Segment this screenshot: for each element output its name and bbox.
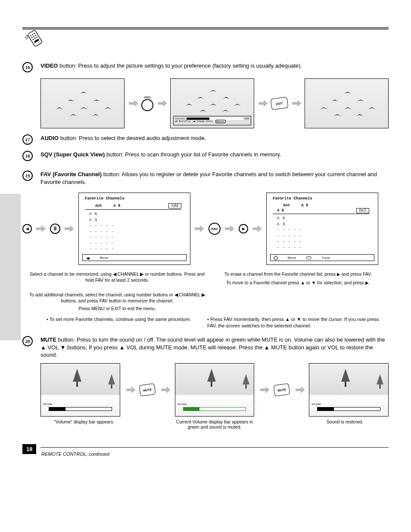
number-8-button[interactable]: 8 [50, 224, 60, 234]
step-number: 19 [22, 171, 33, 181]
channel-right-button[interactable]: ▶ [239, 224, 248, 233]
page-number: 18 [22, 444, 36, 454]
arrow-right-icon [195, 226, 204, 231]
caption-text: Select a channel to be memorized, using … [27, 271, 208, 286]
caption-text: "Volume" display bar appears. [40, 419, 128, 424]
arrow-right-icon [126, 387, 134, 392]
step-20-text: MUTE button: Press to turn the sound on … [40, 336, 389, 359]
arrow-right-icon [161, 387, 169, 392]
arrow-right-icon [36, 226, 46, 231]
arrow-right-icon [65, 226, 74, 231]
screenshot-thumb: Volume [309, 363, 389, 417]
screenshot-thumb: Volume [175, 363, 255, 417]
step-18-text: SQV (Super Quick View) button: Press to … [40, 151, 389, 159]
fav-button[interactable]: FAV [209, 223, 221, 235]
exit-button[interactable]: EXIT [271, 96, 289, 110]
step-19-text: FAV (Favorite Channel) button: Allows yo… [40, 171, 389, 186]
caption-text: Current Volume display bar appears in gr… [171, 419, 258, 429]
screenshot-thumb: Contrast 100% ▲▼ Next/Prev ◀▶ Change Val… [170, 78, 254, 128]
svg-rect-20 [345, 382, 346, 387]
caption-text: To add additional channels, select the c… [27, 292, 208, 312]
svg-text:17: 17 [25, 137, 31, 142]
favorite-channels-list: A 6 A 3 - - - - - - - - - - - - - - - - … [79, 210, 190, 252]
screenshot-thumb: Volume [40, 363, 120, 417]
svg-rect-19 [245, 385, 246, 389]
video-button[interactable] [141, 99, 153, 111]
step-number: 16 [22, 62, 33, 72]
channel-left-button[interactable]: ◀ [22, 224, 32, 233]
svg-text:16: 16 [25, 65, 31, 70]
screenshot-thumb [40, 78, 125, 128]
arrow-right-icon [158, 101, 166, 106]
favorite-channels-list: A 6 A 3 - - - - - - - - - - - - - - - - … [267, 214, 378, 251]
step-17-text: AUDIO button: Press to select the desire… [40, 134, 389, 142]
step-number: 17 [22, 134, 33, 145]
button-label: VIDEO [144, 96, 151, 99]
updown-icon [85, 255, 90, 260]
arrow-right-icon [260, 387, 268, 392]
side-tab [0, 194, 21, 340]
step-16-text: VIDEO button: Press to adjust the pictur… [40, 62, 389, 70]
favorite-channels-panel: Favorite Channels Ant A 8 Add A 6 A 3 - … [78, 193, 190, 265]
del-button[interactable]: Del [356, 208, 369, 213]
arrow-right-icon [258, 101, 267, 106]
mute-button[interactable]: MUTE [139, 383, 156, 397]
arrow-right-icon [252, 226, 262, 231]
favorite-channels-panel: Favorite Channels Ant A 8 A 8 Del A 6 A … [266, 193, 378, 265]
mute-button[interactable]: MUTE [273, 383, 290, 397]
step-number: 20 [22, 336, 33, 346]
remote-control-icon [24, 28, 48, 48]
svg-text:19: 19 [25, 173, 31, 178]
move-icon [273, 255, 277, 260]
contrast-osd: Contrast 100% ▲▼ Next/Prev ◀▶ Change Val… [173, 116, 251, 125]
footer-text: REMOTE CONTROL, continued [41, 451, 389, 457]
step-number: 18 [22, 151, 33, 161]
arrow-right-icon [225, 226, 234, 231]
arrow-right-icon [296, 387, 303, 392]
tune-icon [306, 256, 311, 259]
svg-text:20: 20 [25, 339, 31, 344]
screenshot-thumb [305, 78, 389, 128]
add-button[interactable]: Add [168, 203, 181, 208]
caption-text: Sound is restored. [301, 419, 389, 424]
svg-rect-18 [211, 382, 212, 387]
svg-rect-21 [380, 385, 381, 389]
svg-rect-17 [111, 385, 112, 389]
arrow-right-icon [129, 101, 137, 106]
svg-text:18: 18 [25, 153, 31, 159]
svg-rect-16 [76, 382, 78, 387]
notes-list: • To set more Favorite channels, continu… [47, 316, 389, 330]
caption-text: To erase a channel from the Favorite cha… [208, 271, 389, 286]
arrow-right-icon [292, 101, 300, 106]
